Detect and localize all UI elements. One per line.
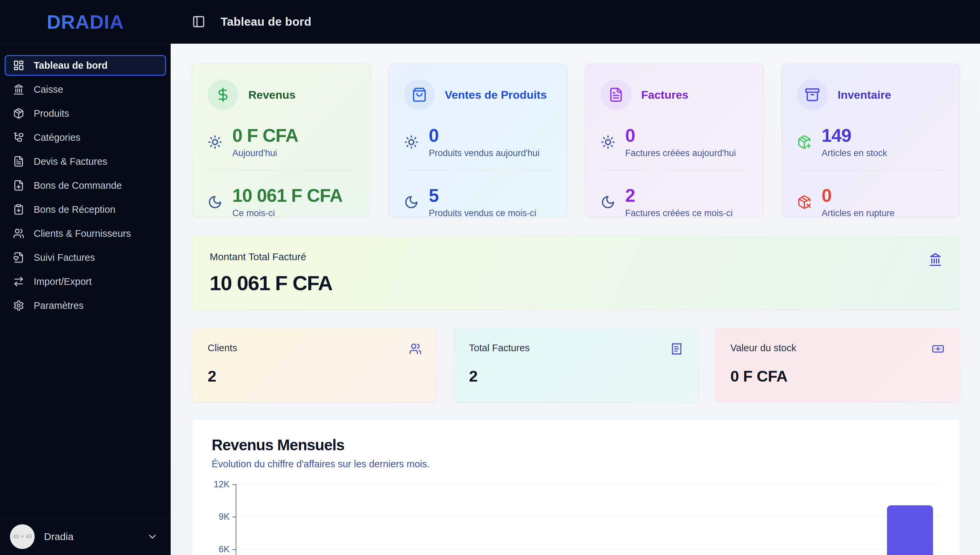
users-icon [409, 343, 422, 355]
gridline [236, 517, 940, 517]
sidebar-item-label: Clients & Fournisseurs [34, 228, 131, 239]
stat-value: 0 [428, 126, 539, 146]
user-name: Dradia [44, 531, 137, 542]
stat-label: Factures créées aujourd'hui [625, 148, 736, 159]
sidebar-item-suivi-factures[interactable]: Suivi Factures [5, 247, 166, 268]
stat-row-today: 0 F CFA Aujourd'hui [208, 126, 355, 159]
dollar-icon [208, 79, 238, 110]
divider [797, 170, 944, 170]
banner-value: 10 061 F CFA [209, 271, 942, 295]
moon-icon [208, 195, 222, 210]
monthly-revenue-chart-card: Revenus Mensuels Évolution du chiffre d'… [192, 419, 960, 555]
sun-icon [208, 135, 222, 149]
top-header: Tableau de bord [171, 0, 980, 44]
package-x-icon [797, 195, 812, 210]
moon-icon [601, 195, 615, 210]
card-title: Factures [641, 88, 689, 101]
sun-icon [601, 135, 615, 149]
sidebar-item-label: Bons de Commande [34, 180, 122, 191]
file-plus-icon [13, 180, 24, 191]
page-title: Tableau de bord [221, 15, 311, 28]
chart-title: Revenus Mensuels [212, 436, 940, 454]
stat-row-month: 2 Factures créées ce mois-ci [601, 186, 748, 218]
stat-row-month: 10 061 F CFA Ce mois-ci [208, 186, 355, 218]
stat-label: Articles en rupture [822, 208, 895, 218]
sidebar-item-label: Import/Export [34, 276, 92, 287]
sidebar-item-label: Caisse [34, 84, 63, 95]
gridline [236, 549, 940, 550]
sidebar-item-bons-de-commande[interactable]: Bons de Commande [5, 175, 166, 196]
sidebar-item-label: Bons de Réception [34, 204, 115, 215]
sidebar-item-devis-factures[interactable]: Devis & Factures [5, 151, 166, 172]
stat-value: 10 061 F CFA [232, 186, 342, 205]
banknote-icon [932, 343, 944, 355]
sidebar-item-label: Paramètres [34, 300, 84, 311]
logo-area: DRADIA [0, 0, 171, 44]
sidebar-item-bons-de-reception[interactable]: Bons de Réception [5, 199, 166, 220]
package-icon [13, 108, 24, 119]
brand-logo: DRADIA [47, 11, 124, 33]
users-icon [13, 228, 24, 239]
banner-title: Montant Total Facturé [209, 251, 942, 263]
landmark-icon [13, 84, 24, 95]
category-tree-icon [13, 132, 24, 143]
revenue-bar [887, 505, 933, 555]
stat-label: Ce mois-ci [232, 208, 342, 218]
stat-row-month: 5 Produits vendus ce mois-ci [404, 186, 552, 218]
divider [404, 170, 552, 170]
card-value: 2 [469, 367, 683, 385]
sidebar-item-import-export[interactable]: Import/Export [5, 271, 166, 292]
card-total-factures: Total Factures 2 [453, 328, 699, 402]
stat-row-today: 0 Produits vendus aujourd'hui [404, 126, 552, 159]
sidebar-item-parametres[interactable]: Paramètres [5, 295, 166, 316]
sidebar-item-tableau-de-bord[interactable]: Tableau de bord [5, 55, 166, 76]
chart-subtitle: Évolution du chiffre d'affaires sur les … [212, 459, 940, 470]
sidebar-item-produits[interactable]: Produits [5, 103, 166, 124]
receipt-icon [670, 343, 683, 355]
moon-icon [404, 195, 419, 210]
card-revenus: Revenus 0 F CFA Aujourd'hui 10 061 F CFA [192, 64, 371, 217]
sun-icon [404, 135, 419, 149]
sidebar-item-label: Suivi Factures [34, 252, 95, 263]
stat-label: Produits vendus aujourd'hui [428, 148, 539, 159]
card-ventes-produits: Ventes de Produits 0 Produits vendus auj… [388, 64, 567, 217]
shopping-bag-icon [404, 79, 435, 110]
file-heart-icon [13, 252, 24, 263]
card-title: Inventaire [838, 88, 891, 101]
sidebar-item-clients-fournisseurs[interactable]: Clients & Fournisseurs [5, 223, 166, 244]
sidebar: DRADIA Tableau de bord Caisse Produits [0, 0, 171, 555]
y-tickmark [232, 484, 236, 485]
arrow-right-left-icon [13, 276, 24, 287]
plot-area [236, 484, 940, 555]
card-value: 0 F CFA [730, 367, 944, 385]
card-valeur-stock: Valeur du stock 0 F CFA [715, 328, 960, 402]
clipboard-plus-icon [13, 204, 24, 215]
card-value: 2 [208, 367, 422, 385]
stat-value: 0 [625, 126, 736, 146]
sidebar-item-label: Devis & Factures [34, 156, 107, 167]
avatar: 40 × 40 [10, 525, 35, 549]
stat-label: Aujourd'hui [232, 148, 298, 159]
sidebar-item-caisse[interactable]: Caisse [5, 79, 166, 100]
file-text-icon [13, 156, 24, 167]
divider [208, 170, 355, 170]
card-title: Ventes de Produits [444, 88, 547, 101]
card-title: Clients [208, 343, 422, 354]
y-tick-12k: 12K [214, 479, 230, 489]
sidebar-nav: Tableau de bord Caisse Produits Catégori… [0, 44, 171, 518]
gridline [236, 484, 940, 484]
card-factures: Factures 0 Factures créées aujourd'hui 2 [585, 64, 764, 217]
stat-label: Factures créées ce mois-ci [625, 208, 733, 218]
stat-label: Articles en stock [822, 148, 887, 159]
file-text-icon [601, 79, 631, 110]
stat-cards-row: Revenus 0 F CFA Aujourd'hui 10 061 F CFA [192, 64, 960, 217]
sidebar-toggle-icon[interactable] [192, 15, 205, 28]
main-content: Revenus 0 F CFA Aujourd'hui 10 061 F CFA [171, 44, 980, 555]
user-menu[interactable]: 40 × 40 Dradia [0, 518, 171, 555]
stat-row-stock: 149 Articles en stock [797, 126, 944, 159]
landmark-icon [928, 252, 942, 266]
sidebar-item-categories[interactable]: Catégories [5, 127, 166, 148]
card-title: Valeur du stock [730, 343, 944, 354]
sidebar-item-label: Produits [34, 108, 69, 119]
card-inventaire: Inventaire 149 Articles en stock 0 Artic [781, 64, 960, 217]
